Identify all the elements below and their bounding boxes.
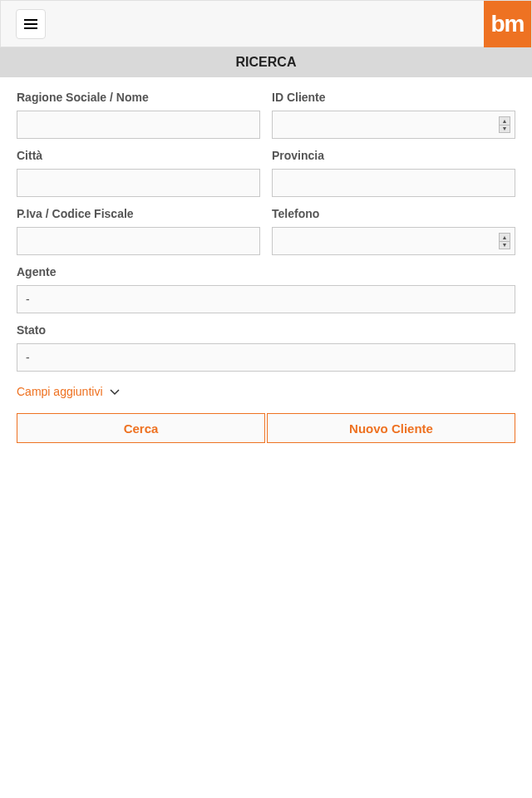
new-client-button[interactable]: Nuovo Cliente bbox=[267, 413, 515, 443]
app-header: bm bbox=[0, 0, 532, 47]
search-form: Ragione Sociale / Nome ID Cliente ▲ ▼ Ci… bbox=[0, 77, 532, 456]
campi-aggiuntivi-label: Campi aggiuntivi bbox=[17, 385, 103, 398]
telefono-label: Telefono bbox=[272, 207, 515, 220]
hamburger-icon bbox=[24, 19, 37, 29]
stato-select[interactable]: - bbox=[17, 343, 515, 372]
agente-label: Agente bbox=[17, 265, 515, 278]
campi-aggiuntivi-toggle[interactable]: Campi aggiuntivi bbox=[17, 385, 120, 398]
citta-input[interactable] bbox=[17, 169, 260, 197]
agente-select[interactable]: - bbox=[17, 285, 515, 313]
stato-label: Stato bbox=[17, 323, 515, 337]
page-title: RICERCA bbox=[0, 47, 532, 77]
provincia-label: Provincia bbox=[272, 149, 515, 162]
spinner-down-icon[interactable]: ▼ bbox=[500, 126, 510, 133]
id-cliente-spinner[interactable]: ▲ ▼ bbox=[499, 116, 510, 133]
piva-label: P.Iva / Codice Fiscale bbox=[17, 207, 260, 220]
id-cliente-label: ID Cliente bbox=[272, 91, 515, 104]
provincia-input[interactable] bbox=[272, 169, 515, 197]
ragione-sociale-label: Ragione Sociale / Nome bbox=[17, 91, 260, 104]
id-cliente-input[interactable] bbox=[272, 111, 515, 139]
ragione-sociale-input[interactable] bbox=[17, 111, 260, 139]
brand-logo: bm bbox=[484, 1, 531, 47]
telefono-input[interactable] bbox=[272, 227, 515, 255]
citta-label: Città bbox=[17, 149, 260, 162]
search-button[interactable]: Cerca bbox=[17, 413, 265, 443]
spinner-up-icon[interactable]: ▲ bbox=[500, 234, 510, 242]
piva-input[interactable] bbox=[17, 227, 260, 255]
telefono-spinner[interactable]: ▲ ▼ bbox=[499, 233, 510, 249]
spinner-up-icon[interactable]: ▲ bbox=[500, 117, 510, 126]
chevron-down-icon bbox=[110, 385, 120, 398]
spinner-down-icon[interactable]: ▼ bbox=[500, 242, 510, 249]
menu-button[interactable] bbox=[16, 9, 46, 39]
